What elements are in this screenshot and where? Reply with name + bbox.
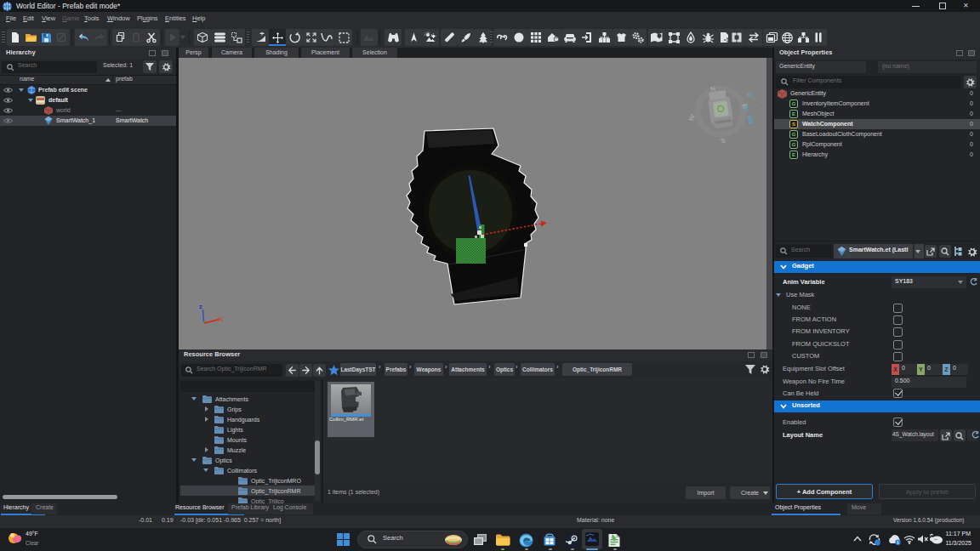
svg-text:›: ›: [754, 104, 761, 108]
svg-text:z: z: [199, 303, 202, 310]
svg-text:2: 2: [747, 93, 754, 98]
svg-text:S: S: [720, 136, 726, 145]
svg-text:5/5: 5/5: [747, 115, 755, 124]
